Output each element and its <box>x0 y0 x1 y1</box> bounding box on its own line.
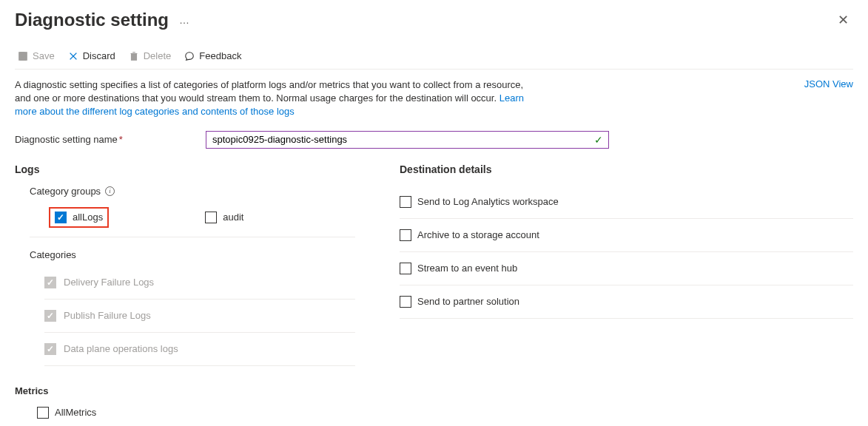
categories-label: Categories <box>30 249 355 260</box>
category-item: Publish Failure Logs <box>44 300 355 333</box>
svg-rect-2 <box>21 56 26 59</box>
category-item: Data plane operations logs <box>44 333 355 366</box>
svg-rect-5 <box>131 53 136 60</box>
feedback-icon <box>184 51 195 61</box>
save-button: Save <box>18 50 55 61</box>
checkbox-icon <box>400 296 411 308</box>
diagnostic-name-input[interactable] <box>206 131 609 149</box>
checkbox-disabled-icon <box>44 343 56 355</box>
delete-label: Delete <box>144 50 172 61</box>
checkbox-disabled-icon <box>44 310 56 322</box>
alllogs-checkbox[interactable]: allLogs <box>55 212 103 223</box>
name-field-label: Diagnostic setting name* <box>15 134 200 145</box>
close-button[interactable]: ✕ <box>833 7 853 33</box>
dest-label: Stream to an event hub <box>417 263 517 274</box>
checkbox-icon <box>400 263 411 274</box>
category-groups-label: Category groups <box>30 186 101 197</box>
audit-label: audit <box>223 212 243 223</box>
svg-rect-1 <box>21 52 24 55</box>
alllogs-highlight: allLogs <box>49 207 109 228</box>
delete-button: Delete <box>129 50 172 61</box>
description-body: A diagnostic setting specifies a list of… <box>15 79 523 104</box>
save-icon <box>18 51 28 61</box>
discard-icon <box>68 51 78 61</box>
category-label: Publish Failure Logs <box>64 310 151 321</box>
checkbox-icon <box>205 212 217 223</box>
command-bar: Save Discard Delete Feedback <box>15 40 853 70</box>
page-title: Diagnostic setting <box>15 10 169 30</box>
discard-button[interactable]: Discard <box>68 50 115 61</box>
discard-label: Discard <box>83 50 115 61</box>
info-icon[interactable]: i <box>105 186 115 196</box>
feedback-button[interactable]: Feedback <box>184 50 241 61</box>
json-view-link[interactable]: JSON View <box>804 78 853 89</box>
checkbox-icon <box>400 196 411 208</box>
dest-storage-checkbox[interactable]: Archive to a storage account <box>400 229 539 241</box>
checkbox-checked-icon <box>55 212 67 223</box>
logs-section-title: Logs <box>15 163 355 175</box>
dest-label: Archive to a storage account <box>417 229 539 240</box>
allmetrics-checkbox[interactable]: AllMetrics <box>37 407 96 419</box>
dest-label: Send to partner solution <box>417 296 519 307</box>
dest-label: Send to Log Analytics workspace <box>417 196 559 207</box>
checkbox-disabled-icon <box>44 277 56 288</box>
dest-eventhub-checkbox[interactable]: Stream to an event hub <box>400 263 517 274</box>
audit-checkbox[interactable]: audit <box>205 207 243 228</box>
metrics-section-title: Metrics <box>15 385 355 396</box>
category-item: Delivery Failure Logs <box>44 266 355 300</box>
delete-icon <box>129 51 139 61</box>
checkbox-icon <box>37 407 49 419</box>
category-label: Data plane operations logs <box>64 343 178 354</box>
destination-section-title: Destination details <box>400 163 853 175</box>
dest-log-analytics-checkbox[interactable]: Send to Log Analytics workspace <box>400 196 559 208</box>
more-menu-button[interactable]: … <box>176 14 192 26</box>
category-label: Delivery Failure Logs <box>64 277 154 288</box>
valid-check-icon: ✓ <box>594 134 603 146</box>
save-label: Save <box>33 50 55 61</box>
dest-partner-checkbox[interactable]: Send to partner solution <box>400 296 519 308</box>
feedback-label: Feedback <box>199 50 241 61</box>
description-text: A diagnostic setting specifies a list of… <box>15 78 533 119</box>
checkbox-icon <box>400 229 411 241</box>
alllogs-label: allLogs <box>73 212 103 223</box>
allmetrics-label: AllMetrics <box>55 407 96 418</box>
